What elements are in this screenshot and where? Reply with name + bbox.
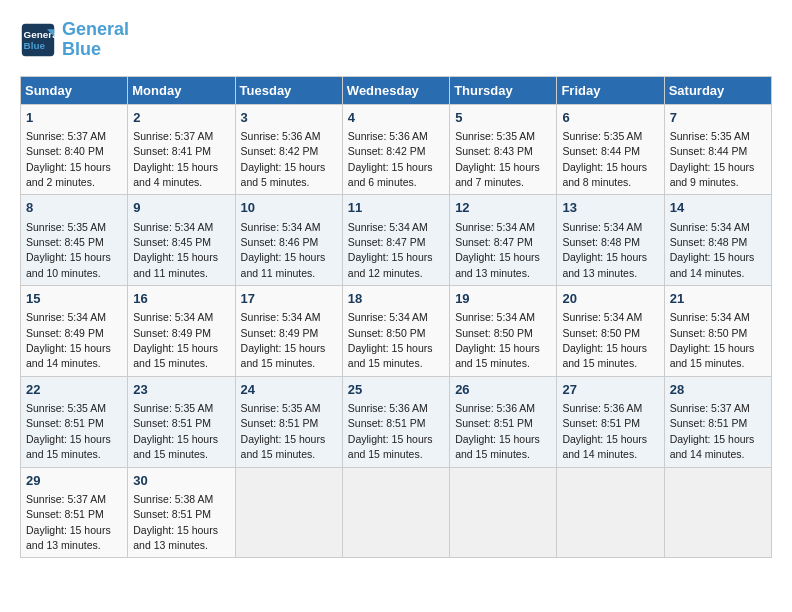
calendar-cell: 10 Sunrise: 5:34 AMSunset: 8:46 PMDaylig…	[235, 195, 342, 286]
calendar-cell: 17 Sunrise: 5:34 AMSunset: 8:49 PMDaylig…	[235, 286, 342, 377]
day-number: 24	[241, 381, 337, 399]
day-info: Sunrise: 5:34 AMSunset: 8:50 PMDaylight:…	[455, 311, 540, 369]
calendar-cell: 16 Sunrise: 5:34 AMSunset: 8:49 PMDaylig…	[128, 286, 235, 377]
day-number: 21	[670, 290, 766, 308]
day-number: 12	[455, 199, 551, 217]
day-number: 26	[455, 381, 551, 399]
day-number: 13	[562, 199, 658, 217]
day-info: Sunrise: 5:36 AMSunset: 8:51 PMDaylight:…	[455, 402, 540, 460]
day-number: 8	[26, 199, 122, 217]
calendar-cell: 11 Sunrise: 5:34 AMSunset: 8:47 PMDaylig…	[342, 195, 449, 286]
weekday-header-monday: Monday	[128, 76, 235, 104]
day-number: 17	[241, 290, 337, 308]
calendar-cell: 8 Sunrise: 5:35 AMSunset: 8:45 PMDayligh…	[21, 195, 128, 286]
day-number: 29	[26, 472, 122, 490]
day-info: Sunrise: 5:34 AMSunset: 8:47 PMDaylight:…	[348, 221, 433, 279]
day-info: Sunrise: 5:35 AMSunset: 8:44 PMDaylight:…	[670, 130, 755, 188]
calendar-cell: 9 Sunrise: 5:34 AMSunset: 8:45 PMDayligh…	[128, 195, 235, 286]
day-number: 10	[241, 199, 337, 217]
calendar-cell	[235, 467, 342, 558]
calendar-cell: 25 Sunrise: 5:36 AMSunset: 8:51 PMDaylig…	[342, 376, 449, 467]
week-row-1: 1 Sunrise: 5:37 AMSunset: 8:40 PMDayligh…	[21, 104, 772, 195]
day-number: 1	[26, 109, 122, 127]
calendar-cell: 12 Sunrise: 5:34 AMSunset: 8:47 PMDaylig…	[450, 195, 557, 286]
day-info: Sunrise: 5:34 AMSunset: 8:48 PMDaylight:…	[670, 221, 755, 279]
calendar-cell: 30 Sunrise: 5:38 AMSunset: 8:51 PMDaylig…	[128, 467, 235, 558]
calendar-cell: 14 Sunrise: 5:34 AMSunset: 8:48 PMDaylig…	[664, 195, 771, 286]
week-row-2: 8 Sunrise: 5:35 AMSunset: 8:45 PMDayligh…	[21, 195, 772, 286]
calendar-table: SundayMondayTuesdayWednesdayThursdayFrid…	[20, 76, 772, 559]
day-info: Sunrise: 5:35 AMSunset: 8:51 PMDaylight:…	[26, 402, 111, 460]
calendar-cell: 6 Sunrise: 5:35 AMSunset: 8:44 PMDayligh…	[557, 104, 664, 195]
weekday-header-row: SundayMondayTuesdayWednesdayThursdayFrid…	[21, 76, 772, 104]
calendar-cell	[664, 467, 771, 558]
day-number: 18	[348, 290, 444, 308]
day-number: 7	[670, 109, 766, 127]
day-number: 11	[348, 199, 444, 217]
day-info: Sunrise: 5:34 AMSunset: 8:49 PMDaylight:…	[241, 311, 326, 369]
week-row-3: 15 Sunrise: 5:34 AMSunset: 8:49 PMDaylig…	[21, 286, 772, 377]
day-number: 16	[133, 290, 229, 308]
day-number: 9	[133, 199, 229, 217]
weekday-header-friday: Friday	[557, 76, 664, 104]
day-number: 19	[455, 290, 551, 308]
day-number: 27	[562, 381, 658, 399]
day-info: Sunrise: 5:38 AMSunset: 8:51 PMDaylight:…	[133, 493, 218, 551]
day-info: Sunrise: 5:37 AMSunset: 8:40 PMDaylight:…	[26, 130, 111, 188]
weekday-header-thursday: Thursday	[450, 76, 557, 104]
calendar-cell: 19 Sunrise: 5:34 AMSunset: 8:50 PMDaylig…	[450, 286, 557, 377]
day-info: Sunrise: 5:35 AMSunset: 8:45 PMDaylight:…	[26, 221, 111, 279]
day-info: Sunrise: 5:34 AMSunset: 8:47 PMDaylight:…	[455, 221, 540, 279]
day-info: Sunrise: 5:34 AMSunset: 8:50 PMDaylight:…	[348, 311, 433, 369]
day-info: Sunrise: 5:36 AMSunset: 8:51 PMDaylight:…	[348, 402, 433, 460]
day-number: 22	[26, 381, 122, 399]
day-number: 2	[133, 109, 229, 127]
day-info: Sunrise: 5:34 AMSunset: 8:49 PMDaylight:…	[26, 311, 111, 369]
logo-text: GeneralBlue	[62, 20, 129, 60]
calendar-cell: 26 Sunrise: 5:36 AMSunset: 8:51 PMDaylig…	[450, 376, 557, 467]
day-number: 25	[348, 381, 444, 399]
day-info: Sunrise: 5:34 AMSunset: 8:50 PMDaylight:…	[562, 311, 647, 369]
day-info: Sunrise: 5:34 AMSunset: 8:49 PMDaylight:…	[133, 311, 218, 369]
day-info: Sunrise: 5:37 AMSunset: 8:51 PMDaylight:…	[26, 493, 111, 551]
day-info: Sunrise: 5:34 AMSunset: 8:46 PMDaylight:…	[241, 221, 326, 279]
calendar-cell	[342, 467, 449, 558]
day-info: Sunrise: 5:35 AMSunset: 8:51 PMDaylight:…	[241, 402, 326, 460]
day-info: Sunrise: 5:35 AMSunset: 8:43 PMDaylight:…	[455, 130, 540, 188]
calendar-cell: 13 Sunrise: 5:34 AMSunset: 8:48 PMDaylig…	[557, 195, 664, 286]
calendar-cell: 20 Sunrise: 5:34 AMSunset: 8:50 PMDaylig…	[557, 286, 664, 377]
week-row-5: 29 Sunrise: 5:37 AMSunset: 8:51 PMDaylig…	[21, 467, 772, 558]
day-number: 15	[26, 290, 122, 308]
calendar-cell: 3 Sunrise: 5:36 AMSunset: 8:42 PMDayligh…	[235, 104, 342, 195]
weekday-header-tuesday: Tuesday	[235, 76, 342, 104]
page-header: General Blue GeneralBlue	[20, 20, 772, 60]
day-info: Sunrise: 5:34 AMSunset: 8:50 PMDaylight:…	[670, 311, 755, 369]
calendar-cell	[450, 467, 557, 558]
weekday-header-wednesday: Wednesday	[342, 76, 449, 104]
calendar-cell: 27 Sunrise: 5:36 AMSunset: 8:51 PMDaylig…	[557, 376, 664, 467]
day-number: 23	[133, 381, 229, 399]
day-number: 3	[241, 109, 337, 127]
calendar-cell: 29 Sunrise: 5:37 AMSunset: 8:51 PMDaylig…	[21, 467, 128, 558]
day-number: 6	[562, 109, 658, 127]
calendar-cell: 15 Sunrise: 5:34 AMSunset: 8:49 PMDaylig…	[21, 286, 128, 377]
calendar-cell: 7 Sunrise: 5:35 AMSunset: 8:44 PMDayligh…	[664, 104, 771, 195]
day-number: 14	[670, 199, 766, 217]
calendar-cell: 23 Sunrise: 5:35 AMSunset: 8:51 PMDaylig…	[128, 376, 235, 467]
day-info: Sunrise: 5:35 AMSunset: 8:44 PMDaylight:…	[562, 130, 647, 188]
day-info: Sunrise: 5:36 AMSunset: 8:42 PMDaylight:…	[348, 130, 433, 188]
logo: General Blue GeneralBlue	[20, 20, 129, 60]
svg-text:Blue: Blue	[24, 40, 46, 51]
day-info: Sunrise: 5:34 AMSunset: 8:45 PMDaylight:…	[133, 221, 218, 279]
day-number: 4	[348, 109, 444, 127]
calendar-cell: 28 Sunrise: 5:37 AMSunset: 8:51 PMDaylig…	[664, 376, 771, 467]
calendar-cell: 21 Sunrise: 5:34 AMSunset: 8:50 PMDaylig…	[664, 286, 771, 377]
calendar-cell: 18 Sunrise: 5:34 AMSunset: 8:50 PMDaylig…	[342, 286, 449, 377]
day-info: Sunrise: 5:37 AMSunset: 8:51 PMDaylight:…	[670, 402, 755, 460]
day-number: 28	[670, 381, 766, 399]
day-info: Sunrise: 5:34 AMSunset: 8:48 PMDaylight:…	[562, 221, 647, 279]
calendar-cell: 5 Sunrise: 5:35 AMSunset: 8:43 PMDayligh…	[450, 104, 557, 195]
calendar-cell: 2 Sunrise: 5:37 AMSunset: 8:41 PMDayligh…	[128, 104, 235, 195]
day-number: 5	[455, 109, 551, 127]
calendar-cell: 4 Sunrise: 5:36 AMSunset: 8:42 PMDayligh…	[342, 104, 449, 195]
